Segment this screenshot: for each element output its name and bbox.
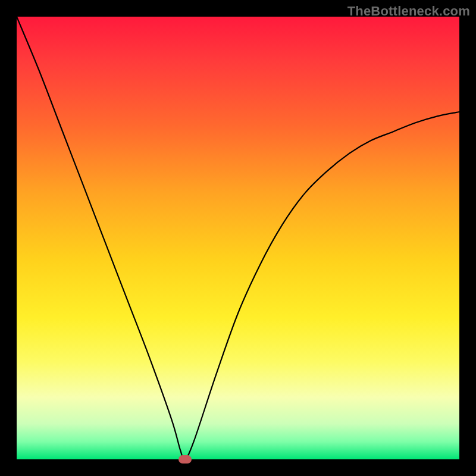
- optimum-marker: [178, 455, 192, 464]
- watermark-text: TheBottleneck.com: [347, 4, 470, 19]
- bottleneck-curve-path: [17, 17, 459, 459]
- curve-svg: [17, 17, 459, 459]
- chart-frame: TheBottleneck.com: [0, 0, 476, 476]
- plot-area: [17, 17, 459, 459]
